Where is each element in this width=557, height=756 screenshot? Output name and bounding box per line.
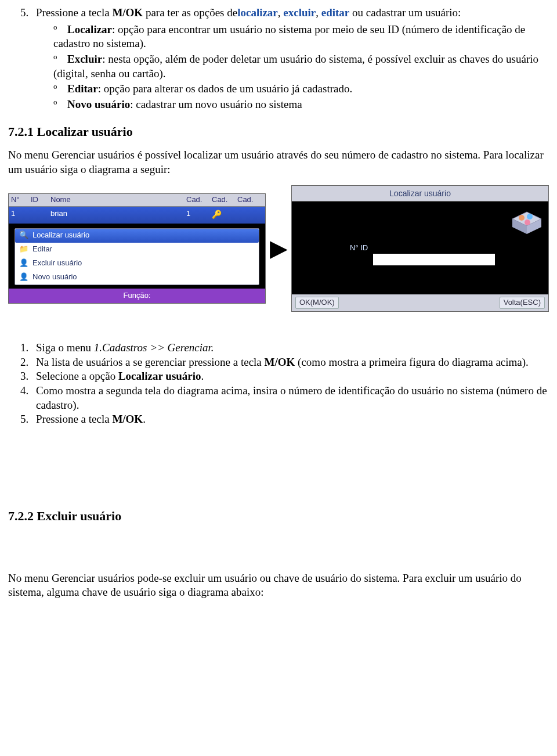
user-add-icon: 👤 [19, 272, 29, 283]
step-3: Selecione a opção Localizar usuário. [31, 369, 549, 384]
step5-opt-localizar: localizar [237, 6, 278, 19]
step5-opt-editar: editar [321, 6, 350, 19]
sub-localizar: oLocalizar: opção para encontrar um usuá… [53, 23, 549, 51]
context-menu: 🔍 Localizar usuário 📁 Editar 👤 Excluir u… [15, 228, 259, 285]
back-button[interactable]: Volta(ESC) [500, 297, 545, 309]
step5-pre: Pressione a tecla [36, 6, 112, 19]
section-721-heading: 7.2.1 Localizar usuário [8, 124, 549, 141]
section-722-intro: No menu Gerenciar usuários pode-se exclu… [8, 571, 549, 600]
diagram-721: N° ID Nome Cad. Cad. Cad. 1 brian 1 🔑 🔍 … [8, 185, 549, 312]
step-5b: Pressione a tecla M/OK. [31, 412, 549, 427]
svg-point-5 [525, 219, 530, 225]
menu-item-localizar[interactable]: 🔍 Localizar usuário [15, 229, 259, 243]
status-bar-left: Função: [9, 289, 265, 303]
key-icon: 🔑 [212, 210, 222, 219]
step5-mid: para ter as opções de [143, 6, 237, 19]
sub-novo: oNovo usuário: cadastrar um novo usuário… [53, 98, 549, 112]
screen-body: N° ID [292, 201, 548, 294]
footer-bar-right: OK(M/OK) Volta(ESC) [292, 294, 548, 311]
sub-option-list: oLocalizar: opção para encontrar um usuá… [53, 23, 549, 112]
section-722-heading: 7.2.2 Excluir usuário [8, 508, 549, 525]
device-screen-right: Localizar usuário N° ID OK(M/OK) Volta(E… [291, 185, 549, 312]
search-icon: 🔍 [19, 231, 29, 241]
id-label: N° ID [350, 243, 368, 253]
arrow-right-icon: ▶ [267, 233, 290, 264]
id-input[interactable] [373, 254, 495, 265]
title-bar-right: Localizar usuário [292, 186, 548, 201]
step5-opt-excluir: excluir [283, 6, 316, 19]
steps-list: Siga o menu 1.Cadastros >> Gerenciar. Na… [31, 341, 549, 427]
step5-tail: ou cadastrar um usuário: [349, 6, 461, 19]
ok-button[interactable]: OK(M/OK) [295, 297, 339, 309]
step-5: Pressione a tecla M/OK para ter as opçõe… [31, 6, 549, 112]
folder-icon: 📁 [19, 244, 29, 255]
menu-item-editar[interactable]: 📁 Editar [15, 243, 259, 257]
svg-point-4 [527, 214, 533, 219]
step-2: Na lista de usuários a se gerenciar pres… [31, 355, 549, 370]
users-cube-icon [511, 207, 542, 235]
step-5-list: Pressione a tecla M/OK para ter as opçõe… [31, 6, 549, 112]
menu-item-excluir[interactable]: 👤 Excluir usuário [15, 257, 259, 271]
menu-item-novo[interactable]: 👤 Novo usuário [15, 271, 259, 285]
section-721-intro: No menu Gerenciar usuários é possível lo… [8, 148, 549, 177]
sub-excluir: oExcluir: nesta opção, além de poder del… [53, 52, 549, 81]
step-4: Como mostra a segunda tela do diagrama a… [31, 384, 549, 412]
sub-editar: oEditar: opção para alterar os dados de … [53, 82, 549, 96]
step-1: Siga o menu 1.Cadastros >> Gerenciar. [31, 341, 549, 355]
table-header: N° ID Nome Cad. Cad. Cad. [9, 194, 265, 207]
step5-key: M/OK [112, 6, 143, 19]
svg-point-3 [519, 215, 525, 221]
device-screen-left: N° ID Nome Cad. Cad. Cad. 1 brian 1 🔑 🔍 … [8, 193, 266, 304]
table-row[interactable]: 1 brian 1 🔑 [9, 207, 265, 224]
user-delete-icon: 👤 [19, 258, 29, 269]
